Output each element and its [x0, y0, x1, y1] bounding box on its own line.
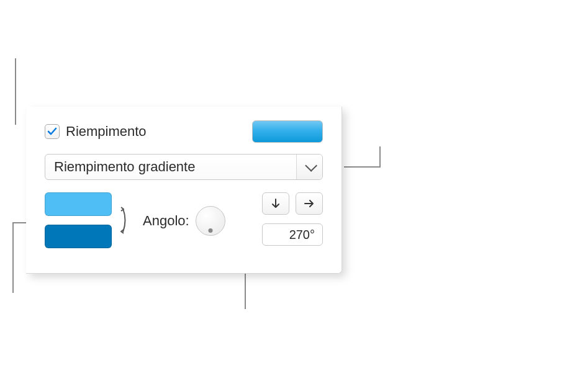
angle-section: Angolo: — [143, 206, 225, 236]
fill-type-selected: Riempimento gradiente — [45, 159, 296, 175]
angle-dial-indicator — [208, 228, 212, 233]
fill-header-row: Riempimento — [45, 120, 323, 143]
direction-right-button[interactable] — [296, 192, 323, 215]
chevron-down-icon — [305, 159, 317, 172]
gradient-stop-bottom[interactable] — [45, 225, 112, 248]
fill-preview-swatch[interactable] — [252, 120, 323, 143]
angle-value-field[interactable]: 270° — [262, 223, 323, 246]
angle-value-text: 270° — [289, 228, 315, 242]
checkmark-icon — [47, 127, 57, 137]
fill-label: Riempimento — [66, 123, 147, 140]
swap-arrows-icon — [115, 205, 129, 236]
swap-stops-button[interactable] — [114, 203, 129, 238]
gradient-color-stops — [45, 192, 112, 248]
callout-line-fill-type — [344, 166, 379, 168]
dropdown-arrow-box — [296, 155, 322, 179]
callout-line-fill-checkbox — [15, 58, 16, 125]
gradient-controls-row: Angolo: 270° — [45, 192, 323, 248]
callout-line-fill-type-v — [379, 146, 381, 168]
direction-down-button[interactable] — [262, 192, 289, 215]
fill-checkbox-group: Riempimento — [45, 123, 147, 140]
fill-checkbox[interactable] — [45, 124, 60, 139]
angle-dial[interactable] — [196, 206, 225, 236]
fill-type-dropdown[interactable]: Riempimento gradiente — [45, 154, 323, 180]
fill-inspector-panel: Riempimento Riempimento gradiente Angolo… — [26, 107, 342, 274]
callout-line-angle — [245, 273, 246, 309]
direction-and-value-group: 270° — [262, 192, 323, 246]
arrow-right-icon — [304, 199, 315, 209]
gradient-stop-top[interactable] — [45, 192, 112, 216]
callout-line-color-stops-v — [12, 222, 14, 293]
angle-label: Angolo: — [143, 213, 189, 229]
arrow-down-icon — [271, 198, 281, 209]
direction-buttons — [262, 192, 323, 215]
